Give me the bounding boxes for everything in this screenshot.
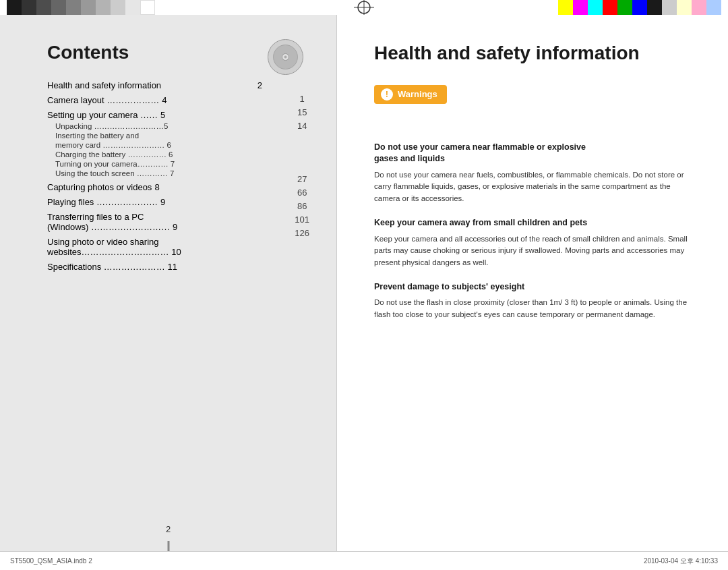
color-blocks-right [558, 0, 721, 15]
toc-item-health: Health and safety information 2 [47, 80, 262, 90]
bottom-left-text: ST5500_QSM_ASIA.indb 2 [10, 557, 92, 565]
color-swatch-6 [81, 0, 96, 15]
color-swatch-9 [125, 0, 140, 15]
toc-item-capturing: Capturing photos or videos 8 [47, 182, 262, 192]
toc-item-sharing: Using photo or video sharing websites………… [47, 237, 262, 257]
color-swatch-yellow [558, 0, 573, 15]
toc-label: Setting up your camera …… [47, 110, 158, 120]
toc-page: 9 [160, 197, 165, 207]
page-number: 2 [166, 524, 171, 534]
color-swatch-pink [692, 0, 706, 15]
color-swatch-gray2 [662, 0, 677, 15]
bottom-bar: ST5500_QSM_ASIA.indb 2 2010-03-04 오후 4:1… [0, 551, 728, 570]
toc-item-unpacking: Unpacking ………………………5 [55, 122, 262, 130]
section-3-title: Prevent damage to subjects' eyesight [374, 281, 691, 293]
toc-container: Health and safety information 2 Camera l… [47, 80, 303, 272]
col-num-1: 1 [295, 94, 309, 103]
color-swatch-cyan [588, 0, 603, 15]
section-eyesight: Prevent damage to subjects' eyesight Do … [374, 281, 691, 321]
page-number-bar [167, 541, 169, 551]
toc-item-specs: Specifications ………………… 11 [47, 262, 262, 272]
color-swatch-blue [632, 0, 647, 15]
col-num-126: 126 [295, 229, 309, 237]
warning-badge: ! Warnings [374, 85, 447, 104]
section-1-body: Do not use your camera near fuels, combu… [374, 169, 691, 205]
color-swatch-red [603, 0, 617, 15]
section-flammable: Do not use your camera near flammable or… [374, 142, 691, 205]
toc-label: websites………………………… 10 [47, 247, 181, 257]
col-num-14: 14 [295, 121, 309, 130]
toc-label: Capturing photos or videos [47, 182, 152, 192]
section-1-title: Do not use your camera near flammable or… [374, 142, 691, 165]
color-swatch-magenta [573, 0, 588, 15]
toc-item-charging: Charging the battery …………… 6 [55, 150, 262, 159]
warning-icon: ! [381, 88, 393, 101]
toc-item-memory-card: memory card …………………… 6 [55, 141, 262, 149]
toc-label: Using photo or video sharing [47, 237, 159, 247]
col-num-86: 86 [295, 202, 309, 210]
toc-item-transferring: Transferring files to a PC (Windows) ………… [47, 212, 262, 232]
color-swatch-7 [96, 0, 111, 15]
color-swatch-10 [140, 0, 155, 15]
section-3-body: Do not use the flash in close proximity … [374, 297, 691, 321]
toc-item-playing: Playing files ………………… 9 [47, 197, 262, 207]
top-color-bar [0, 0, 728, 15]
svg-point-15 [284, 56, 287, 59]
toc-item-camera-layout: Camera layout ……………… 4 [47, 95, 262, 105]
color-swatch-green [617, 0, 632, 15]
left-page: Contents Health and safety information 2… [0, 15, 337, 551]
toc-label: (Windows) ……………………… [47, 222, 170, 232]
color-swatch-5 [66, 0, 81, 15]
col-num-101: 101 [295, 215, 309, 224]
color-swatch-2 [22, 0, 36, 15]
toc-item-turning-on: Turning on your camera………… 7 [55, 160, 262, 168]
col-num-27: 27 [295, 175, 309, 183]
color-swatch-4 [51, 0, 66, 15]
color-swatch-black2 [647, 0, 662, 15]
toc-label: Playing files ………………… [47, 197, 158, 207]
col-num-15: 15 [295, 108, 309, 117]
toc-page: 2 [257, 80, 262, 90]
toc-item-battery: Inserting the battery and [55, 132, 262, 140]
toc-label: Transferring files to a PC [47, 212, 144, 222]
color-swatch-1 [7, 0, 22, 15]
toc-page: 9 [173, 222, 177, 232]
toc-page: 4 [162, 95, 166, 105]
right-page-title: Health and safety information [374, 42, 691, 65]
color-blocks-left [7, 0, 155, 15]
color-swatch-lightyellow [677, 0, 692, 15]
col-num-66: 66 [295, 188, 309, 197]
column-numbers: 1 15 14 27 66 86 101 126 [295, 94, 309, 237]
contents-title: Contents [47, 42, 303, 63]
toc-item-touch-screen: Using the touch screen ………… 7 [55, 169, 262, 177]
section-children: Keep your camera away from small childre… [374, 217, 691, 269]
section-2-title: Keep your camera away from small childre… [374, 217, 691, 229]
right-page: Health and safety information ! Warnings… [337, 15, 728, 551]
color-swatch-8 [111, 0, 125, 15]
toc-label: Camera layout ……………… [47, 95, 159, 105]
warning-label: Warnings [398, 89, 437, 99]
disc-icon [267, 38, 304, 76]
toc-page: 5 [160, 110, 165, 120]
toc-label: Specifications ………………… 11 [47, 262, 177, 272]
color-swatch-3 [36, 0, 51, 15]
toc-label: Health and safety information [47, 80, 255, 90]
toc-page: 8 [154, 182, 159, 192]
section-2-body: Keep your camera and all accessories out… [374, 233, 691, 269]
color-swatch-lightblue [706, 0, 721, 15]
warning-section: ! Warnings [374, 85, 691, 123]
bottom-right-text: 2010-03-04 오후 4:10:33 [644, 557, 718, 566]
toc-item-setup: Setting up your camera …… 5 [47, 110, 262, 120]
